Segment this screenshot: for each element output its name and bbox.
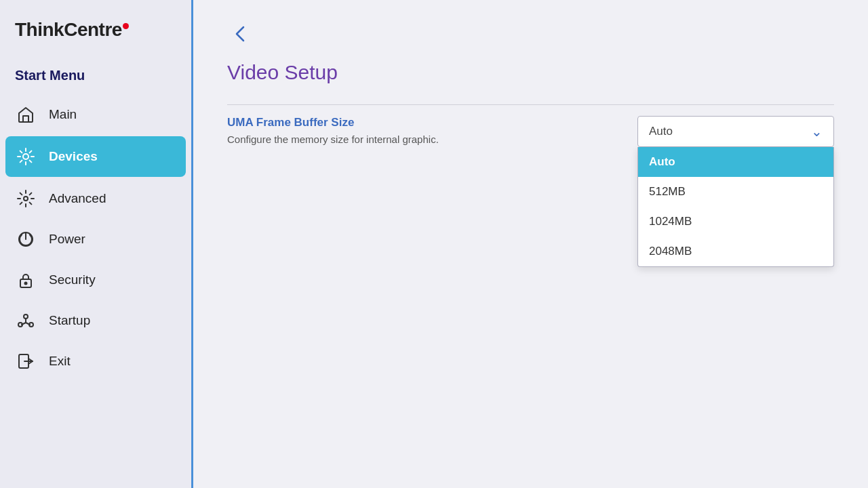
setting-row-uma: UMA Frame Buffer Size Configure the memo… (227, 104, 834, 158)
logo-centre: Centre (64, 19, 122, 41)
dropdown-option-1024mb[interactable]: 1024MB (638, 207, 833, 237)
sidebar-item-startup[interactable]: Startup (0, 300, 191, 341)
power-icon (15, 228, 37, 250)
dropdown-option-2048mb[interactable]: 2048MB (638, 237, 833, 266)
startup-icon (15, 310, 37, 331)
svg-point-1 (24, 197, 28, 201)
dropdown-option-auto[interactable]: Auto (638, 147, 833, 177)
sidebar-item-exit[interactable]: Exit (0, 341, 191, 382)
security-icon (15, 269, 37, 291)
setting-info: UMA Frame Buffer Size Configure the memo… (227, 116, 637, 145)
exit-icon (15, 350, 37, 372)
sidebar: ThinkCentre Start Menu Main (0, 0, 193, 488)
svg-point-0 (23, 154, 28, 159)
main-content: Video Setup UMA Frame Buffer Size Config… (193, 0, 868, 488)
uma-dropdown-list: Auto 512MB 1024MB 2048MB (637, 147, 834, 267)
uma-dropdown-container: Auto ⌄ Auto 512MB 1024MB 2048MB (637, 116, 834, 147)
devices-icon (15, 146, 37, 167)
chevron-down-icon: ⌄ (811, 123, 823, 140)
sidebar-item-startup-label: Startup (49, 313, 90, 328)
sidebar-item-advanced-label: Advanced (49, 191, 106, 206)
setting-name: UMA Frame Buffer Size (227, 116, 637, 129)
sidebar-item-main[interactable]: Main (0, 94, 191, 135)
sidebar-item-exit-label: Exit (49, 354, 71, 369)
sidebar-item-security-label: Security (49, 272, 96, 287)
svg-point-5 (25, 283, 27, 285)
dropdown-option-512mb[interactable]: 512MB (638, 177, 833, 207)
start-menu-label: Start Menu (0, 61, 191, 94)
sidebar-item-power-label: Power (49, 232, 85, 247)
uma-dropdown-trigger[interactable]: Auto ⌄ (637, 116, 834, 147)
page-title: Video Setup (227, 61, 834, 84)
sidebar-item-devices-label: Devices (49, 149, 98, 164)
advanced-icon (15, 188, 37, 209)
sidebar-item-main-label: Main (49, 107, 77, 122)
sidebar-item-devices[interactable]: Devices (5, 136, 186, 177)
logo-think: Think (15, 19, 64, 41)
logo: ThinkCentre (15, 19, 176, 41)
sidebar-item-power[interactable]: Power (0, 219, 191, 260)
home-icon (15, 104, 37, 125)
logo-area: ThinkCentre (0, 0, 191, 61)
nav-menu: Main Devices Advanced (0, 94, 191, 382)
setting-description: Configure the memory size for internal g… (227, 134, 637, 145)
logo-dot (123, 23, 129, 29)
sidebar-item-security[interactable]: Security (0, 260, 191, 300)
sidebar-item-advanced[interactable]: Advanced (0, 178, 191, 219)
dropdown-current-value: Auto (649, 125, 673, 138)
back-button[interactable] (227, 20, 254, 47)
